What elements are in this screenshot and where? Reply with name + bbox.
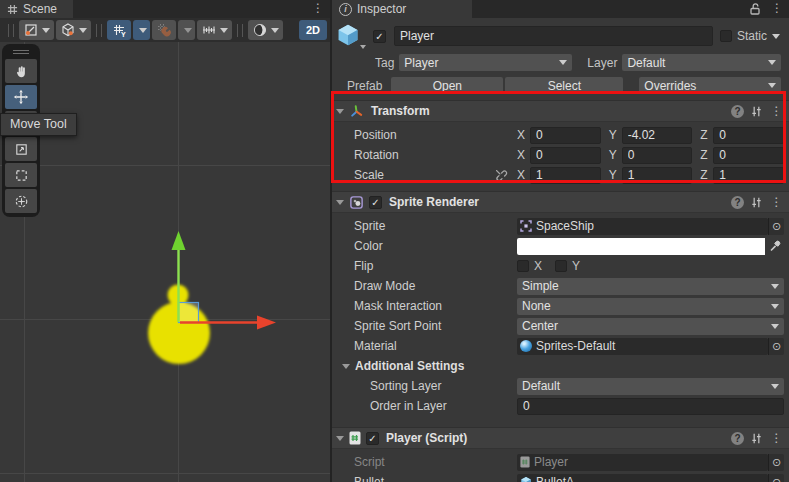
move-tool-tooltip: Move Tool [0,113,77,136]
flip-x-label: X [534,259,542,273]
scale-y-field[interactable] [622,167,693,184]
position-x-field[interactable] [530,127,601,144]
prefab-select-button[interactable]: Select [505,77,623,94]
move-icon [13,89,29,105]
scale-z-field[interactable] [713,167,784,184]
sprite-renderer-header[interactable]: ✓ Sprite Renderer ? ⋮ [332,191,789,213]
tag-dropdown[interactable]: Player [399,54,572,71]
static-checkbox[interactable] [720,30,732,42]
material-object-field[interactable]: Sprites-Default [517,338,768,355]
foldout-arrow-icon[interactable] [342,364,350,369]
position-row: Position X Y Z [332,125,789,145]
foldout-arrow-icon[interactable] [336,109,344,114]
scene-viewport[interactable]: Move Tool [0,42,330,482]
player-script-header[interactable]: ✓ Player (Script) ? ⋮ [332,427,789,449]
hand-tool-button[interactable] [5,59,37,83]
prefab-overrides-dropdown[interactable]: Overrides [639,77,781,94]
presets-icon[interactable] [749,104,764,119]
script-object-field[interactable]: Player [517,454,768,471]
color-swatch[interactable] [517,238,765,255]
static-dropdown-arrow-icon[interactable] [772,34,780,39]
rotation-z-field[interactable] [713,147,784,164]
flip-y-label: Y [572,259,580,273]
rotation-x-field[interactable] [530,147,601,164]
help-icon[interactable]: ? [731,105,744,118]
overlay-drag-handle[interactable] [5,47,37,57]
sorting-layer-dropdown[interactable]: Default [517,378,784,395]
object-picker-icon[interactable]: ⊙ [768,218,784,235]
grid-tab-icon [7,4,18,15]
presets-icon[interactable] [749,195,764,210]
prefab-open-button[interactable]: Open [391,77,503,94]
draw-mode-dropdown[interactable]: Simple [517,278,784,295]
gameobject-icon-button[interactable] [336,23,364,49]
grid-snapping-button[interactable] [152,20,176,40]
transform-title: Transform [371,104,726,118]
color-row: Color [332,236,789,256]
presets-icon[interactable] [749,431,764,446]
snap-increment-button[interactable] [197,20,232,40]
tool-handle-rotation-button[interactable] [56,20,91,40]
toolbar-drag-handle[interactable] [8,24,14,37]
scale-tool-button[interactable] [5,137,37,161]
position-z-field[interactable] [713,127,784,144]
sorting-layer-row: Sorting Layer Default [332,376,789,396]
rotation-y-field[interactable] [622,147,693,164]
mask-interaction-dropdown[interactable]: None [517,298,784,315]
gizmo-xy-plane-handle[interactable] [179,303,199,323]
bullet-object-field[interactable]: BulletA [517,474,768,482]
broken-link-icon[interactable] [494,168,508,182]
object-picker-icon[interactable]: ⊙ [768,338,784,355]
component-menu-kebab-icon[interactable]: ⋮ [769,104,784,119]
active-checkbox[interactable]: ✓ [373,30,386,43]
prefab-label: Prefab [347,79,382,93]
scale-label: Scale [354,168,384,182]
sprite-sort-point-dropdown[interactable]: Center [517,318,784,335]
rect-tool-button[interactable] [5,163,37,187]
layer-dropdown[interactable]: Default [622,54,781,71]
script-label: Script [354,455,517,469]
additional-settings-row[interactable]: Additional Settings [332,356,789,376]
position-y-field[interactable] [622,127,693,144]
sprite-object-field[interactable]: SpaceShip [517,218,768,235]
tab-scene[interactable]: Scene [0,0,73,18]
toolbar-separator [96,24,102,37]
sprite-asset-icon [520,220,532,232]
chevron-down-icon [360,45,366,49]
grid-visibility-dropdown[interactable] [133,20,150,40]
y-axis-label: Y [609,128,618,142]
flip-x-checkbox[interactable] [517,260,529,272]
help-icon[interactable]: ? [731,196,744,209]
grid-snapping-dropdown[interactable] [178,20,195,40]
inspector-content: ✓ Static Tag Player Layer Default [332,18,789,482]
tool-handle-position-button[interactable] [19,20,54,40]
eyedropper-icon[interactable] [765,238,784,255]
grid-visibility-button[interactable]: Y [107,20,131,40]
scene-menu-kebab-icon[interactable]: ⋮ [312,1,324,15]
component-menu-kebab-icon[interactable]: ⋮ [769,195,784,210]
component-menu-kebab-icon[interactable]: ⋮ [769,431,784,446]
foldout-arrow-icon[interactable] [336,200,344,205]
script-enabled-checkbox[interactable]: ✓ [366,432,379,445]
object-picker-icon[interactable]: ⊙ [768,454,784,471]
layer-value: Default [627,56,768,70]
order-in-layer-field[interactable] [517,398,784,415]
transform-header[interactable]: Transform ? ⋮ [332,100,789,122]
scale-x-field[interactable] [530,167,601,184]
transform-axes-icon [349,104,364,119]
lock-icon[interactable] [749,2,761,16]
flip-y-checkbox[interactable] [555,260,567,272]
object-picker-icon[interactable]: ⊙ [768,474,784,482]
gameobject-name-field[interactable] [394,26,713,46]
transform-tool-button[interactable] [5,189,37,213]
foldout-arrow-icon[interactable] [336,436,344,441]
2d-toggle-button[interactable]: 2D [299,20,327,40]
sprite-renderer-enabled-checkbox[interactable]: ✓ [369,196,382,209]
move-tool-button[interactable] [5,85,37,109]
tab-inspector[interactable]: i Inspector [332,0,472,18]
grid-axis-icon: Y [111,22,127,38]
help-icon[interactable]: ? [731,432,744,445]
pivot-icon [23,22,39,38]
shading-mode-button[interactable] [248,20,283,40]
inspector-menu-kebab-icon[interactable]: ⋮ [771,1,783,15]
